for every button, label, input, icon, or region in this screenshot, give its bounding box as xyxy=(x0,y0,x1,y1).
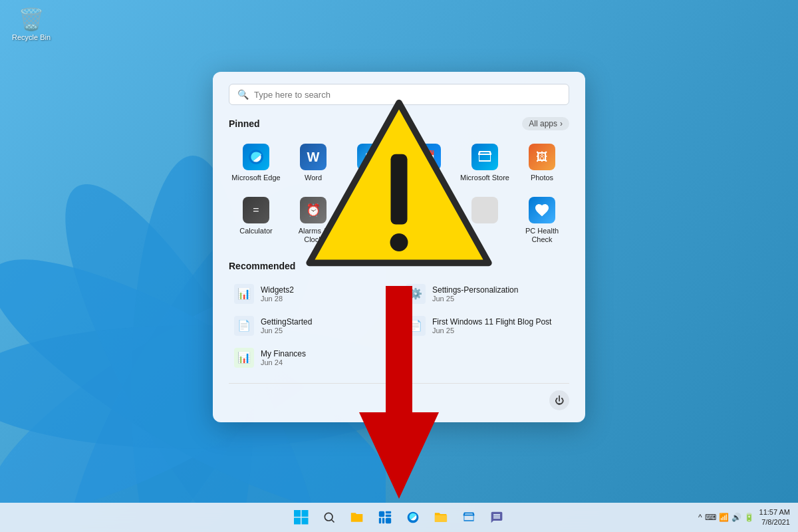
rec-settings-text: Settings-Personalization Jun 25 xyxy=(432,285,518,303)
calc-label: Calculator xyxy=(239,227,273,235)
pinned-header: Pinned All apps › xyxy=(229,117,569,130)
svg-line-18 xyxy=(332,520,334,523)
edge-taskbar-button[interactable] xyxy=(401,505,425,529)
app-mail[interactable]: ✉ Mail xyxy=(343,138,398,188)
battery-icon: 🔋 xyxy=(744,513,754,522)
svg-rect-19 xyxy=(379,511,384,517)
rec-settings[interactable]: ⚙️ Settings-Personalization Jun 25 xyxy=(400,279,569,309)
taskbar-date: 7/8/2021 xyxy=(761,517,790,527)
recommended-grid: 📊 Widgets2 Jun 28 ⚙️ Settings-Personaliz… xyxy=(229,279,569,372)
rec-widgets2-icon: 📊 xyxy=(234,284,254,304)
rec-finances-icon: 📊 xyxy=(234,348,254,368)
svg-rect-14 xyxy=(302,510,309,517)
keyboard-icon: ⌨ xyxy=(705,513,716,522)
wifi-icon: 📶 xyxy=(719,513,729,522)
edge-label: Microsoft Edge xyxy=(231,174,280,182)
rec-settings-icon: ⚙️ xyxy=(406,284,426,304)
search-icon: 🔍 xyxy=(237,89,249,100)
word-label: Word xyxy=(305,174,322,182)
clock-icon: ⏰ xyxy=(300,197,327,223)
rec-finances-name: My Finances xyxy=(261,349,306,358)
rec-getting-started-icon: 📄 xyxy=(234,316,254,336)
app-photos[interactable]: 🖼 Photos xyxy=(515,138,569,188)
store-label: Microsoft Store xyxy=(460,174,509,182)
search-bar[interactable]: 🔍 xyxy=(229,84,569,105)
svg-rect-13 xyxy=(294,510,301,517)
rec-getting-started[interactable]: 📄 GettingStarted Jun 25 xyxy=(229,311,398,340)
svg-rect-22 xyxy=(379,518,381,523)
app-blocked1[interactable] xyxy=(400,192,455,249)
app-store[interactable]: Microsoft Store xyxy=(458,138,512,188)
app-notepad[interactable]: 📝 Notepad xyxy=(343,192,398,249)
store-taskbar-button[interactable] xyxy=(457,505,481,529)
app-health-check[interactable]: PC Health Check xyxy=(515,192,569,249)
app-word[interactable]: W Word xyxy=(286,138,340,188)
rec-finances-date: Jun 24 xyxy=(261,358,306,366)
notepad-label: Notepad xyxy=(356,227,384,235)
blocked2-icon xyxy=(471,197,498,223)
recommended-title: Recommended xyxy=(229,261,295,271)
search-input[interactable] xyxy=(254,90,561,100)
recommended-header: Recommended xyxy=(229,261,569,271)
taskbar-right: ^ ⌨ 📶 🔊 🔋 11:57 AM 7/8/2021 xyxy=(698,507,790,528)
rec-widgets2[interactable]: 📊 Widgets2 Jun 28 xyxy=(229,279,398,309)
app-calculator[interactable]: = Calculator xyxy=(229,192,283,249)
taskbar-center xyxy=(289,505,509,529)
app-clock[interactable]: ⏰ Alarms & Clock xyxy=(286,192,340,249)
rec-settings-date: Jun 25 xyxy=(432,295,518,303)
rec-settings-name: Settings-Personalization xyxy=(432,285,518,295)
taskbar-time-date[interactable]: 11:57 AM 7/8/2021 xyxy=(759,507,790,528)
svg-rect-24 xyxy=(386,518,391,523)
mail-label: Mail xyxy=(364,174,377,182)
health-check-label: PC Health Check xyxy=(517,227,567,244)
calendar-label: Calendar xyxy=(413,174,443,182)
rec-finances[interactable]: 📊 My Finances Jun 24 xyxy=(229,343,398,372)
chevron-up-icon[interactable]: ^ xyxy=(698,513,702,522)
rec-getting-started-date: Jun 25 xyxy=(261,327,312,334)
rec-blog-name: First Windows 11 Flight Blog Post xyxy=(432,317,551,327)
health-check-icon xyxy=(529,197,555,223)
app-edge[interactable]: Microsoft Edge xyxy=(229,138,283,188)
taskbar-time: 11:57 AM xyxy=(759,507,790,517)
rec-widgets2-name: Widgets2 xyxy=(261,285,294,295)
start-menu-bottom: ⏻ xyxy=(229,383,569,410)
recycle-bin-icon: 🗑️ xyxy=(18,7,45,32)
mail-icon: ✉ xyxy=(357,144,384,170)
svg-rect-15 xyxy=(294,518,301,525)
rec-blog[interactable]: 📄 First Windows 11 Flight Blog Post Jun … xyxy=(400,311,569,340)
rec-getting-started-name: GettingStarted xyxy=(261,317,312,327)
widgets-button[interactable] xyxy=(373,505,397,529)
teams-button[interactable] xyxy=(485,505,509,529)
app-calendar[interactable]: 📅 Calendar xyxy=(400,138,455,188)
svg-point-17 xyxy=(325,513,332,521)
svg-rect-20 xyxy=(386,511,391,513)
notepad-icon: 📝 xyxy=(357,197,384,223)
photos-icon: 🖼 xyxy=(529,144,555,170)
app-blocked2[interactable] xyxy=(458,192,512,249)
all-apps-button[interactable]: All apps › xyxy=(522,117,569,130)
start-menu: 🔍 Pinned All apps › Microsoft Edge W xyxy=(213,72,585,422)
recycle-bin-label: Recycle Bin xyxy=(12,33,51,41)
search-taskbar-button[interactable] xyxy=(317,505,341,529)
svg-rect-23 xyxy=(382,518,384,523)
power-button[interactable]: ⏻ xyxy=(549,390,569,410)
pinned-grid: Microsoft Edge W Word ✉ Mail 📅 Calendar xyxy=(229,138,569,250)
rec-blog-icon: 📄 xyxy=(406,316,426,336)
start-button[interactable] xyxy=(289,505,313,529)
rec-finances-text: My Finances Jun 24 xyxy=(261,349,306,366)
edge-icon xyxy=(243,144,269,170)
rec-getting-started-text: GettingStarted Jun 25 xyxy=(261,317,312,334)
store-icon xyxy=(471,144,498,170)
file-explorer2-button[interactable] xyxy=(429,505,453,529)
rec-widgets2-text: Widgets2 Jun 28 xyxy=(261,285,294,303)
rec-blog-date: Jun 25 xyxy=(432,327,551,334)
chevron-right-icon: › xyxy=(560,119,563,128)
recycle-bin[interactable]: 🗑️ Recycle Bin xyxy=(12,7,51,41)
recommended-section: Recommended 📊 Widgets2 Jun 28 ⚙️ Setting… xyxy=(229,261,569,372)
pinned-title: Pinned xyxy=(229,118,260,129)
taskbar-sys-icons[interactable]: ^ ⌨ 📶 🔊 🔋 xyxy=(698,513,754,522)
calc-icon: = xyxy=(243,197,269,223)
calendar-icon: 📅 xyxy=(414,144,441,170)
file-explorer-button[interactable] xyxy=(345,505,369,529)
svg-rect-16 xyxy=(302,518,309,525)
